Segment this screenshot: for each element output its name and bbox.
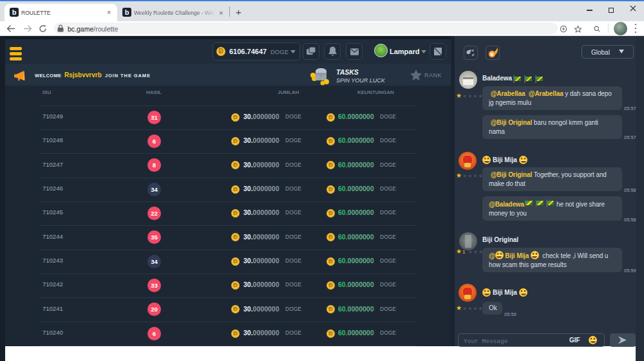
svg-text:B: B [490, 52, 493, 57]
